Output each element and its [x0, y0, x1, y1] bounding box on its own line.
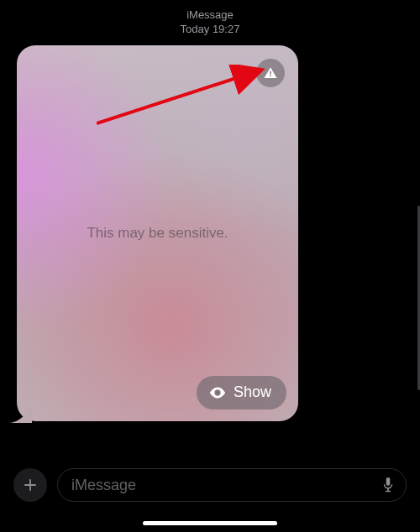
service-label: iMessage [0, 8, 420, 23]
bubble-tail [10, 404, 32, 423]
warning-triangle-icon [263, 65, 278, 81]
sensitive-content-label: This may be sensitive. [87, 225, 228, 242]
timestamp-label: Today 19:27 [0, 23, 420, 37]
svg-rect-0 [270, 71, 271, 75]
svg-point-2 [216, 391, 219, 394]
attachments-button[interactable] [13, 468, 47, 502]
message-input-placeholder: iMessage [71, 477, 136, 494]
conversation-area: This may be sensitive. Show [0, 37, 420, 425]
show-content-button[interactable]: Show [197, 376, 286, 409]
plus-icon [23, 477, 38, 493]
home-indicator[interactable] [143, 521, 277, 525]
message-timestamp-header: iMessage Today 19:27 [0, 0, 420, 37]
message-composer: iMessage [0, 468, 420, 502]
sensitive-warning-button[interactable] [256, 59, 285, 87]
eye-icon [208, 383, 227, 402]
dictation-icon[interactable] [381, 476, 396, 494]
svg-rect-4 [386, 477, 391, 486]
svg-rect-1 [270, 75, 271, 76]
message-input[interactable]: iMessage [57, 468, 407, 502]
show-button-label: Show [234, 383, 271, 401]
incoming-message-bubble[interactable]: This may be sensitive. Show [17, 45, 298, 421]
